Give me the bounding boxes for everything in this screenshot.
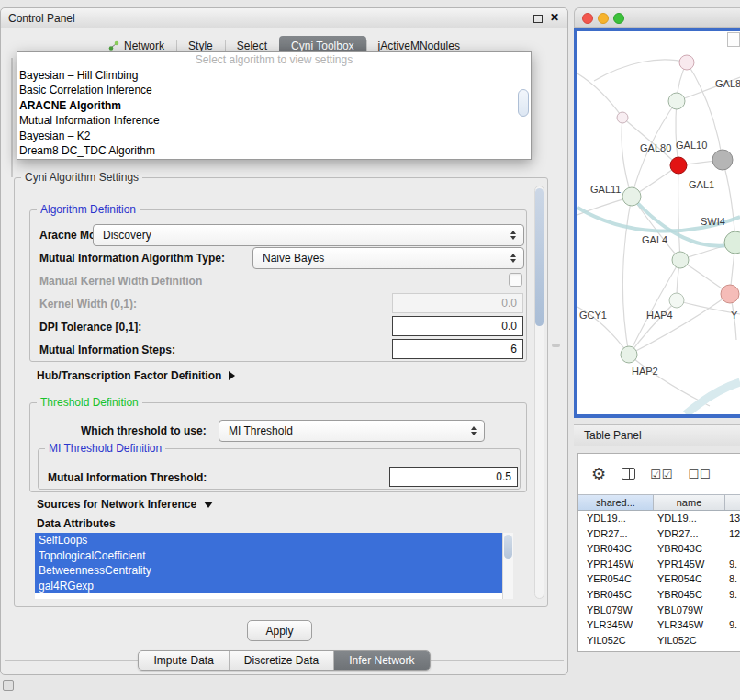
algorithm-option[interactable]: Bayesian – Hill Climbing	[17, 68, 531, 83]
gear-icon[interactable]: ⚙	[591, 466, 607, 482]
table-cell: YIL052C	[654, 633, 725, 649]
table-row[interactable]: YDL19...YDL19...13	[578, 511, 740, 526]
close-icon[interactable]: ✕	[550, 11, 559, 24]
sources-section[interactable]: Sources for Network Inference	[37, 498, 213, 511]
table-cell: YER054C	[654, 571, 725, 587]
float-window-icon[interactable]	[533, 15, 543, 23]
network-node-green-hap2[interactable]	[621, 346, 637, 363]
columns-icon-glyph	[622, 468, 635, 480]
column-header-shared-name[interactable]: shared...	[578, 495, 654, 510]
tab-discretize-data[interactable]: Discretize Data	[229, 651, 333, 670]
algorithm-option[interactable]: Dream8 DC_TDC Algorithm	[17, 143, 531, 158]
network-node-pink-top[interactable]	[679, 55, 694, 70]
network-edge	[622, 118, 632, 197]
algorithm-option[interactable]: Basic Correlation Inference	[17, 83, 531, 97]
algorithm-option[interactable]: Bayesian – K2	[17, 129, 531, 143]
network-node-salmon[interactable]	[721, 285, 739, 303]
hub-transcription-section[interactable]: Hub/Transcription Factor Definition	[37, 369, 235, 382]
table-cell: YBR043C	[578, 541, 654, 557]
network-node-green-gal1[interactable]	[622, 187, 641, 206]
algorithm-popup-list: Bayesian – Hill ClimbingBasic Correlatio…	[17, 68, 531, 158]
network-tab-icon	[108, 40, 119, 51]
data-attribute-item[interactable]: TopologicalCoefficient	[35, 548, 502, 564]
table-panel-header: Table Panel	[574, 424, 740, 446]
minimize-traffic-light[interactable]	[598, 13, 609, 24]
splitter-handle[interactable]	[552, 344, 560, 347]
apply-button[interactable]: Apply	[247, 620, 312, 641]
table-row[interactable]: YLR345WYLR345W9.	[578, 617, 740, 633]
dpi-tolerance-label: DPI Tolerance [0,1]:	[39, 321, 141, 333]
mi-threshold-definition-title: MI Threshold Definition	[45, 442, 165, 456]
manual-kernel-width-checkbox[interactable]	[509, 273, 522, 287]
attributes-scrollbar-thumb[interactable]	[504, 535, 512, 559]
table-toolbar: ⚙ ☑☑ ☐☐	[578, 454, 740, 494]
select-all-icon[interactable]: ☑☑	[650, 469, 673, 480]
network-tool-button[interactable]	[727, 32, 740, 47]
table-row[interactable]: YDR27...YDR27...12	[578, 526, 740, 542]
settings-scrollbar-thumb[interactable]	[535, 188, 544, 326]
data-attribute-item[interactable]: BetweennessCentrality	[35, 563, 502, 579]
data-attributes-listbox: SelfLoopsTopologicalCoefficientBetweenne…	[35, 533, 513, 599]
collapsed-panel-icon[interactable]	[3, 680, 14, 691]
network-node-red[interactable]	[670, 157, 687, 174]
manual-kernel-width-label: Manual Kernel Width Definition	[39, 275, 202, 288]
table-cell: 9.	[725, 617, 740, 633]
data-attribute-item[interactable]: SelfLoops	[35, 533, 502, 548]
settings-scrollbar[interactable]	[534, 186, 544, 599]
table-row[interactable]: YBR045CYBR045C9.	[578, 587, 740, 603]
which-threshold-dropdown[interactable]: MI Threshold	[219, 420, 485, 442]
column-header-extra[interactable]	[725, 495, 740, 510]
dpi-tolerance-field[interactable]: 0.0	[392, 316, 523, 336]
mi-algorithm-type-dropdown[interactable]: Naive Bayes	[252, 247, 524, 269]
close-traffic-light[interactable]	[582, 13, 593, 24]
zoom-traffic-light[interactable]	[613, 13, 624, 24]
network-node-green-right[interactable]	[724, 231, 740, 254]
table-row[interactable]: YER054CYER054C8.	[578, 571, 740, 587]
algorithm-option[interactable]: Mutual Information Inference	[17, 113, 531, 128]
mi-steps-field[interactable]: 6	[392, 339, 523, 359]
network-titlebar[interactable]	[574, 7, 740, 28]
table-panel-title: Table Panel	[584, 429, 642, 442]
deselect-all-icon[interactable]: ☐☐	[688, 469, 711, 480]
attributes-scrollbar[interactable]	[502, 533, 513, 599]
network-node-green-pale[interactable]	[669, 293, 684, 308]
tab-label: Style	[188, 40, 213, 52]
mi-threshold-definition-group: MI Threshold Definition Mutual Informati…	[38, 448, 521, 490]
cyni-algorithm-settings-group: Cyni Algorithm Settings Algorithm Defini…	[14, 177, 548, 607]
network-canvas[interactable]: GAL8GAL80GAL10GAL11GAL1SWI4GAL4GCY1HAP4Y…	[577, 31, 740, 414]
node-label: GAL1	[689, 179, 714, 190]
network-node-pink-small[interactable]	[617, 112, 628, 123]
network-edge	[629, 355, 710, 406]
tab-label: jActiveMNodules	[378, 40, 460, 52]
aracne-mode-dropdown[interactable]: Discovery	[93, 224, 524, 246]
dropdown-arrows-icon	[471, 426, 477, 435]
mi-algorithm-type-value: Naive Bayes	[263, 252, 324, 265]
tab-impute-data[interactable]: Impute Data	[139, 651, 228, 670]
table-row[interactable]: YPR145WYPR145W9.	[578, 557, 740, 572]
network-edge	[678, 165, 680, 260]
network-node-green-gal4[interactable]	[672, 252, 689, 268]
column-header-name[interactable]: name	[654, 495, 725, 510]
control-panel-titlebar: Control Panel ✕	[1, 8, 567, 28]
network-node-green-top[interactable]	[668, 93, 685, 109]
table-cell	[725, 541, 740, 557]
data-attribute-item[interactable]: gal4RGexp	[35, 579, 502, 594]
table-row[interactable]: YBL079WYBL079W	[578, 603, 740, 618]
kernel-width-field[interactable]: 0.0	[392, 293, 523, 313]
popup-scrollbar[interactable]	[518, 89, 529, 117]
mi-threshold-field[interactable]: 0.5	[389, 467, 518, 487]
dropdown-arrows-icon	[510, 254, 516, 263]
mi-threshold-value: 0.5	[496, 470, 511, 483]
algorithm-popup: Select algorithm to view settings Bayesi…	[17, 51, 532, 160]
tab-infer-network[interactable]: Infer Network	[333, 651, 429, 670]
network-view-frame: GAL8GAL80GAL10GAL11GAL1SWI4GAL4GCY1HAP4Y…	[574, 28, 740, 418]
algorithm-option[interactable]: ARACNE Algorithm	[17, 98, 531, 113]
table-row[interactable]: YBR043CYBR043C	[578, 541, 740, 557]
network-node-gray[interactable]	[712, 150, 733, 170]
table-body: YDL19...YDL19...13YDR27...YDR27...12YBR0…	[578, 511, 740, 648]
network-edge	[594, 60, 687, 81]
columns-icon[interactable]	[622, 468, 635, 481]
hidden-groupbox-fragment	[11, 58, 13, 177]
table-cell: 9.	[725, 557, 740, 572]
table-row[interactable]: YIL052CYIL052C	[578, 633, 740, 649]
